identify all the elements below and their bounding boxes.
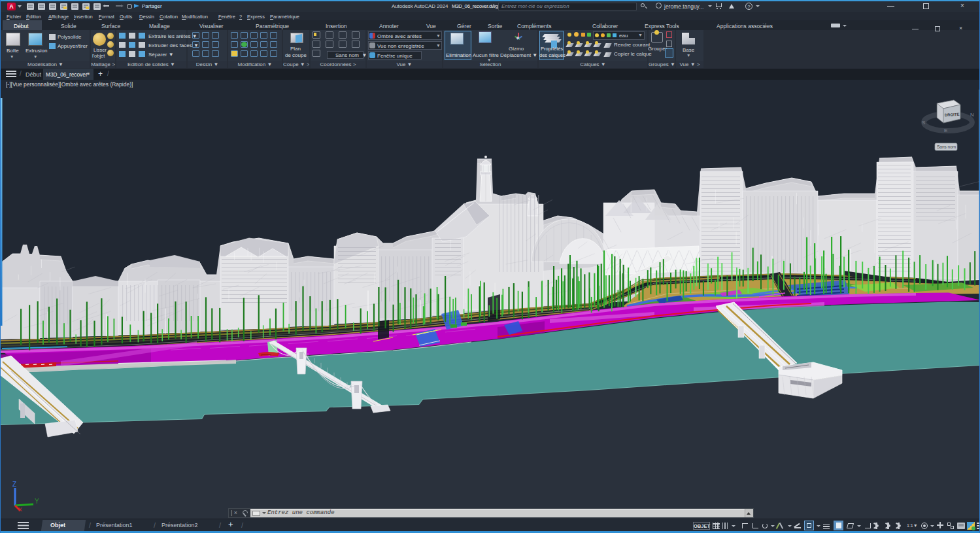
svg-text:X: X bbox=[18, 506, 22, 513]
svg-text:Y: Y bbox=[35, 498, 39, 505]
svg-text:N: N bbox=[970, 112, 974, 118]
svg-text:E: E bbox=[944, 128, 947, 133]
svg-text:DROITE: DROITE bbox=[945, 112, 960, 117]
svg-text:[-][Vue personnalisée][Ombré a: [-][Vue personnalisée][Ombré avec arêtes… bbox=[6, 81, 133, 88]
svg-text:Sans nom: Sans nom bbox=[937, 145, 956, 149]
svg-text:S: S bbox=[922, 120, 925, 126]
svg-text:Z: Z bbox=[12, 481, 16, 488]
